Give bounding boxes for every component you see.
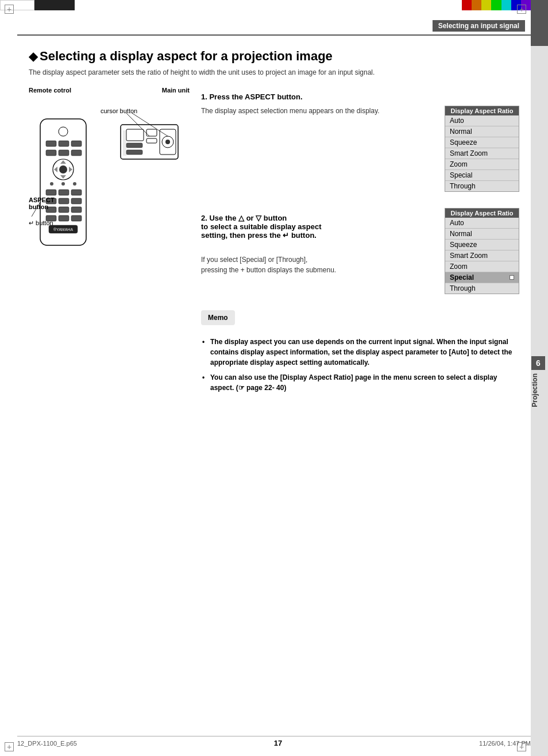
step1-text: The display aspect selection menu appear… — [201, 106, 438, 116]
svg-rect-23 — [71, 198, 82, 204]
footer-left: 12_DPX-1100_E.p65 — [17, 740, 77, 747]
illustration-column: Remote cotrol Main unit cursor button — [29, 87, 190, 398]
step1-heading: 1. Press the ASPECT button. — [201, 92, 519, 101]
bullet-item-2: You can also use the [Display Aspect Rat… — [201, 372, 519, 393]
main-content: ◆ Selecting a display aspect for a proje… — [17, 37, 531, 419]
color-yellow — [481, 0, 491, 10]
memo-label: Memo — [201, 310, 235, 325]
bullet-item-1: The display aspect you can use depends o… — [201, 337, 519, 368]
remote-label: Remote cotrol — [29, 87, 71, 94]
svg-text:®YAMAHA: ®YAMAHA — [53, 227, 74, 232]
color-orange — [472, 0, 481, 10]
aspect-item-through-1: Through — [445, 181, 519, 191]
svg-rect-29 — [71, 215, 82, 221]
sidebar-label: Projection — [531, 368, 548, 413]
svg-marker-12 — [60, 175, 66, 179]
illustration-labels: Remote cotrol Main unit — [29, 87, 190, 94]
color-green — [491, 0, 501, 10]
diamond-icon: ◆ — [29, 49, 37, 63]
svg-rect-18 — [46, 190, 56, 195]
svg-rect-26 — [71, 207, 82, 213]
header-title: Selecting an input signal — [433, 20, 525, 32]
memo-section: Memo The display aspect you can use depe… — [201, 310, 519, 393]
aspect-item-smartzoom-2: Smart Zoom — [445, 250, 519, 261]
svg-point-39 — [165, 140, 170, 144]
page-number: 17 — [274, 739, 282, 747]
svg-marker-11 — [60, 160, 66, 164]
aspect-item-special-2: Special — [445, 272, 519, 283]
svg-rect-6 — [46, 150, 56, 156]
svg-marker-14 — [69, 167, 72, 172]
aspect-item-squeeze-1: Squeeze — [445, 137, 519, 148]
svg-rect-40 — [126, 143, 142, 148]
aspect-box-1-header: Display Aspect Ratio — [445, 106, 519, 115]
aspect-button-label: ASPECT button — [29, 196, 55, 210]
bullet-list: The display aspect you can use depends o… — [201, 337, 519, 393]
svg-rect-36 — [146, 138, 157, 143]
svg-point-15 — [50, 182, 53, 186]
steps-column: 1. Press the ASPECT button. The display … — [201, 87, 519, 398]
svg-rect-34 — [126, 129, 144, 141]
svg-rect-25 — [59, 207, 69, 213]
section-heading: ◆ Selecting a display aspect for a proje… — [29, 49, 519, 64]
sidebar-header — [531, 0, 548, 46]
svg-rect-4 — [59, 141, 69, 146]
aspect-item-auto-1: Auto — [445, 115, 519, 126]
reg-mark-bottom-left — [5, 742, 14, 751]
svg-rect-5 — [71, 141, 82, 146]
aspect-item-zoom-2: Zoom — [445, 261, 519, 272]
selected-dot — [510, 275, 514, 280]
aspect-item-zoom-1: Zoom — [445, 159, 519, 170]
svg-point-17 — [73, 182, 76, 186]
header-line — [17, 34, 531, 36]
aspect-item-smartzoom-1: Smart Zoom — [445, 148, 519, 159]
svg-marker-13 — [54, 167, 57, 172]
svg-point-2 — [59, 127, 68, 136]
svg-point-10 — [59, 165, 67, 173]
aspect-box-1: Display Aspect Ratio Auto Normal Squeeze… — [445, 106, 519, 192]
aspect-item-special-1: Special — [445, 170, 519, 181]
step2-row: 2. Use the △ or ▽ button to select a sui… — [201, 208, 519, 303]
svg-rect-8 — [71, 150, 82, 156]
reg-mark-top-right — [517, 5, 526, 14]
aspect-item-squeeze-2: Squeeze — [445, 240, 519, 250]
svg-rect-20 — [71, 190, 82, 195]
svg-rect-3 — [46, 141, 56, 146]
svg-rect-41 — [126, 150, 142, 155]
bottom-bar: 12_DPX-1100_E.p65 17 11/26/04, 1:47 PM — [17, 736, 531, 747]
main-unit-label: Main unit — [162, 87, 190, 94]
color-red — [462, 0, 472, 10]
aspect-item-normal-1: Normal — [445, 126, 519, 137]
enter-button-label: ↵ button — [29, 219, 53, 227]
section-description: The display aspect parameter sets the ra… — [29, 68, 519, 76]
step2-heading: 2. Use the △ or ▽ button to select a sui… — [201, 214, 435, 240]
reg-mark-top-left — [5, 5, 14, 14]
aspect-item-normal-2: Normal — [445, 229, 519, 240]
step2-text: If you select [Special] or [Through], pr… — [201, 244, 435, 275]
two-col-layout: Remote cotrol Main unit cursor button — [29, 87, 519, 398]
aspect-item-auto-2: Auto — [445, 218, 519, 229]
color-cyan — [501, 0, 511, 10]
section-heading-text: Selecting a display aspect for a project… — [40, 49, 333, 64]
svg-rect-7 — [59, 150, 69, 156]
aspect-item-through-2: Through — [445, 283, 519, 294]
illustration-area: cursor button — [29, 96, 190, 280]
svg-point-16 — [61, 182, 65, 186]
annotation-lines: ®YAMAHA — [29, 96, 190, 280]
aspect-box-2-header: Display Aspect Ratio — [445, 209, 519, 218]
footer-right: 11/26/04, 1:47 PM — [479, 740, 531, 747]
svg-rect-28 — [59, 215, 69, 221]
svg-rect-22 — [59, 198, 69, 204]
top-bar-black — [34, 0, 75, 10]
top-bar — [0, 0, 548, 10]
step2-text-col: 2. Use the △ or ▽ button to select a sui… — [201, 208, 435, 282]
top-bar-spacer — [75, 0, 462, 10]
aspect-box-2: Display Aspect Ratio Auto Normal Squeeze… — [445, 208, 519, 294]
svg-rect-19 — [59, 190, 69, 195]
